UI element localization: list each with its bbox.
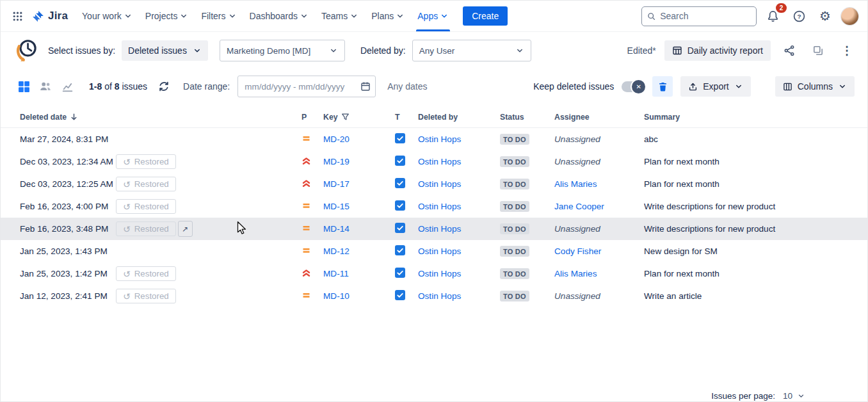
delete-permanently-button[interactable] bbox=[652, 76, 673, 97]
issues-filter-select[interactable]: Deleted issues bbox=[122, 40, 208, 61]
summary-cell: Plan for next month bbox=[644, 269, 857, 278]
restored-cell: ↺Restored bbox=[116, 177, 301, 191]
summary-cell: Write descriptions for new product bbox=[644, 202, 857, 211]
export-icon bbox=[688, 82, 698, 92]
deleted-by-link[interactable]: Ostin Hops bbox=[418, 224, 461, 234]
assignee-link[interactable]: Alis Maries bbox=[554, 269, 597, 278]
nav-item-apps[interactable]: Apps bbox=[411, 1, 455, 31]
refresh-icon bbox=[158, 81, 170, 92]
assignee-cell: Alis Maries bbox=[554, 269, 644, 278]
date-range-input[interactable] bbox=[237, 76, 376, 97]
deleted-by-link[interactable]: Ostin Hops bbox=[418, 269, 461, 278]
assignee-link[interactable]: Cody Fisher bbox=[554, 246, 601, 256]
restore-icon: ↺ bbox=[123, 157, 131, 166]
issue-row-md-10[interactable]: Jan 12, 2023, 2:41 PM↺RestoredMD-10Ostin… bbox=[1, 285, 867, 307]
assignee-link[interactable]: Alis Maries bbox=[554, 179, 597, 189]
deleted-by-link[interactable]: Ostin Hops bbox=[418, 134, 461, 144]
search-input[interactable] bbox=[660, 11, 751, 21]
issue-row-md-11[interactable]: Jan 25, 2023, 1:42 PM↺RestoredMD-11Ostin… bbox=[1, 262, 867, 285]
export-button[interactable]: Export bbox=[680, 76, 750, 97]
share-icon bbox=[784, 45, 795, 56]
nav-item-plans[interactable]: Plans bbox=[365, 1, 411, 31]
restore-icon: ↺ bbox=[123, 180, 131, 189]
assignee-unassigned: Unassigned bbox=[554, 157, 600, 166]
issue-key-link[interactable]: MD-12 bbox=[323, 246, 350, 256]
issue-key-link[interactable]: MD-14 bbox=[323, 224, 350, 234]
issues-per-page-value: 10 bbox=[783, 391, 792, 401]
deleted-by-link[interactable]: Ostin Hops bbox=[418, 246, 461, 256]
table-view-button[interactable] bbox=[16, 79, 31, 94]
create-button[interactable]: Create bbox=[463, 6, 508, 26]
issue-row-md-20[interactable]: Mar 27, 2024, 8:31 PMMD-20Ostin HopsTO D… bbox=[1, 128, 867, 150]
global-search[interactable] bbox=[641, 6, 757, 26]
chart-view-button[interactable] bbox=[60, 79, 75, 94]
settings-button[interactable]: ⚙ bbox=[815, 6, 835, 26]
date-range-field bbox=[237, 76, 376, 97]
edited-indicator: Edited* bbox=[627, 45, 656, 56]
calendar-icon[interactable] bbox=[360, 81, 371, 92]
col-deleted-date[interactable]: Deleted date bbox=[20, 113, 116, 122]
app-switcher-button[interactable] bbox=[7, 6, 28, 26]
status-badge: TO DO bbox=[500, 201, 529, 212]
project-select-value: Marketing Demo [MD] bbox=[227, 46, 310, 56]
issue-key-link[interactable]: MD-10 bbox=[323, 291, 350, 301]
deleted-by-select[interactable]: Any User bbox=[412, 40, 531, 61]
notification-badge: 2 bbox=[776, 3, 787, 13]
issue-row-md-19[interactable]: Dec 03, 2023, 12:34 AM↺RestoredMD-19Osti… bbox=[1, 150, 867, 173]
columns-button[interactable]: Columns bbox=[775, 76, 855, 97]
deleted-by-link[interactable]: Ostin Hops bbox=[418, 202, 461, 211]
help-button[interactable]: ? bbox=[789, 6, 809, 26]
share-button[interactable] bbox=[779, 40, 800, 61]
deleted-by-link[interactable]: Ostin Hops bbox=[418, 179, 461, 189]
jira-logo[interactable]: Jira bbox=[29, 10, 74, 23]
keep-deleted-label: Keep deleted issues bbox=[533, 81, 614, 92]
deleted-date-cell: Dec 03, 2023, 12:25 AM bbox=[20, 179, 116, 189]
issues-per-page-select[interactable]: 10 bbox=[783, 391, 805, 401]
select-issues-by-label: Select issues by: bbox=[48, 45, 115, 56]
jira-logo-text: Jira bbox=[48, 10, 68, 22]
nav-item-your-work[interactable]: Your work bbox=[76, 1, 139, 31]
restored-cell: ↺Restored bbox=[116, 199, 301, 214]
issue-key-link[interactable]: MD-17 bbox=[323, 179, 350, 189]
bell-icon bbox=[767, 10, 779, 22]
nav-item-teams[interactable]: Teams bbox=[315, 1, 365, 31]
nav-item-filters[interactable]: Filters bbox=[195, 1, 243, 31]
user-avatar[interactable] bbox=[841, 8, 858, 25]
restored-cell: ↺Restored bbox=[116, 289, 301, 303]
restored-external-link-icon[interactable]: ↗ bbox=[178, 221, 193, 237]
keep-deleted-toggle[interactable]: ✕ bbox=[622, 81, 645, 92]
priority-medium-icon bbox=[301, 291, 323, 302]
deleted-by-link[interactable]: Ostin Hops bbox=[418, 291, 461, 301]
issue-key-link[interactable]: MD-11 bbox=[323, 269, 349, 278]
col-key[interactable]: Key bbox=[323, 113, 395, 122]
assignee-unassigned: Unassigned bbox=[554, 224, 600, 234]
deleted-date-cell: Jan 25, 2023, 1:42 PM bbox=[20, 269, 116, 278]
more-actions-button[interactable]: ⋮ bbox=[837, 40, 857, 61]
issue-key-link[interactable]: MD-20 bbox=[323, 134, 350, 144]
issue-row-md-17[interactable]: Dec 03, 2023, 12:25 AM↺RestoredMD-17Osti… bbox=[1, 173, 867, 195]
users-view-button[interactable] bbox=[38, 79, 53, 94]
project-select[interactable]: Marketing Demo [MD] bbox=[220, 40, 345, 61]
issue-row-md-15[interactable]: Feb 16, 2023, 4:00 PM↺RestoredMD-15Ostin… bbox=[1, 195, 867, 218]
copy-export-button[interactable] bbox=[808, 40, 828, 61]
daily-activity-report-button[interactable]: Daily activity report bbox=[664, 40, 771, 61]
summary-cell: abc bbox=[644, 134, 857, 144]
nav-item-dashboards[interactable]: Dashboards bbox=[243, 1, 316, 31]
priority-medium-icon bbox=[301, 134, 323, 145]
assignee-link[interactable]: Jane Cooper bbox=[554, 202, 604, 211]
issue-row-md-14[interactable]: Feb 16, 2023, 3:48 PM↺Restored↗MD-14Osti… bbox=[1, 218, 867, 240]
priority-medium-icon bbox=[301, 246, 323, 257]
issue-row-md-12[interactable]: Jan 25, 2023, 1:43 PMMD-12Ostin HopsTO D… bbox=[1, 240, 867, 262]
notifications-button[interactable]: 2 bbox=[762, 6, 783, 26]
chevron-down-icon bbox=[797, 392, 805, 400]
navbar-right: 2 ? ⚙ bbox=[641, 6, 858, 26]
issue-key-link[interactable]: MD-15 bbox=[323, 202, 350, 211]
svg-text:?: ? bbox=[797, 13, 801, 20]
chevron-down-icon bbox=[350, 12, 358, 20]
restored-badge: ↺Restored bbox=[116, 266, 176, 281]
assignee-unassigned: Unassigned bbox=[554, 291, 600, 301]
deleted-by-link[interactable]: Ostin Hops bbox=[418, 157, 461, 166]
issue-key-link[interactable]: MD-19 bbox=[323, 157, 350, 166]
nav-item-projects[interactable]: Projects bbox=[139, 1, 195, 31]
refresh-button[interactable] bbox=[156, 79, 172, 94]
